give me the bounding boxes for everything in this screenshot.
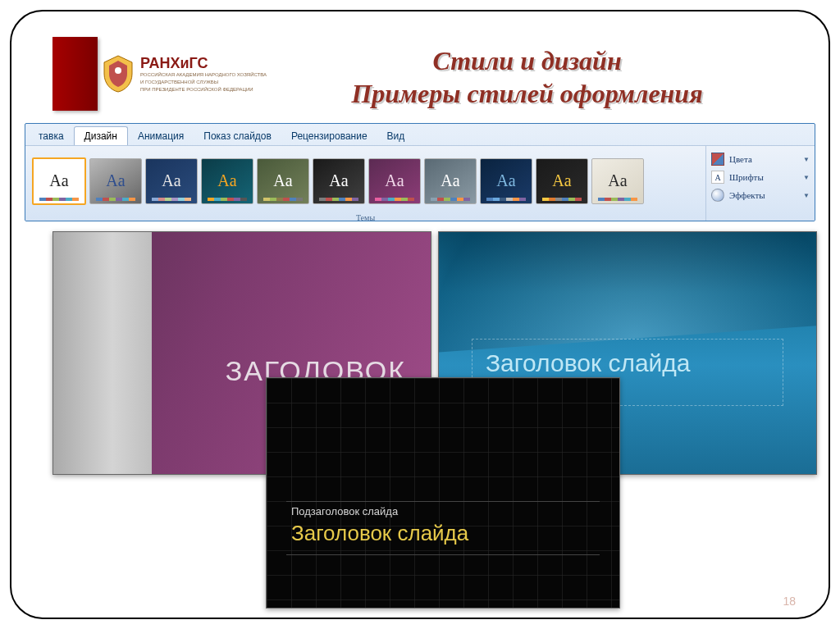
theme-aa: Aa (552, 171, 571, 190)
tab-insert[interactable]: тавка (29, 127, 74, 145)
theme-aa: Aa (329, 171, 348, 190)
theme-swatch (39, 198, 79, 201)
theme-thumb-grey[interactable]: Aa (89, 158, 142, 204)
theme-swatch (486, 198, 526, 201)
logo-sub-line: ПРИ ПРЕЗИДЕНТЕ РОССИЙСКОЙ ФЕДЕРАЦИИ (140, 87, 267, 93)
decorative-red-block (52, 37, 98, 111)
page-number: 18 (783, 595, 796, 608)
fonts-label: Шрифты (729, 172, 764, 182)
tab-slideshow[interactable]: Показ слайдов (194, 127, 281, 145)
example-slide-black: Подзаголовок слайда Заголовок слайда (266, 377, 620, 608)
colors-label: Цвета (729, 154, 752, 164)
theme-thumb-magenta[interactable]: Aa (368, 158, 421, 204)
fonts-icon: A (711, 171, 724, 184)
ribbon-tabs: тавка Дизайн Анимация Показ слайдов Реце… (25, 124, 815, 145)
ribbon-body: AaAaAaAaAaAaAaAaAaAaAaТемы Цвета ▼ A Шри… (25, 145, 815, 221)
example-aqua-title: Заголовок слайда (486, 349, 769, 377)
theme-aa: Aa (273, 171, 292, 190)
title-line-1: Стили и дизайн (267, 44, 788, 77)
slide-title: Стили и дизайн Примеры стилей оформления (267, 38, 788, 110)
themes-gallery: AaAaAaAaAaAaAaAaAaAaAaТемы (25, 146, 705, 221)
effects-label: Эффекты (729, 190, 765, 200)
theme-thumb-olive[interactable]: Aa (257, 158, 309, 204)
theme-aa: Aa (608, 171, 627, 190)
theme-aa: Aa (49, 171, 68, 190)
theme-thumb-dark-blue[interactable]: Aa (145, 158, 198, 204)
theme-swatch (598, 198, 637, 201)
theme-swatch (431, 198, 470, 201)
theme-thumb-steel[interactable]: Aa (424, 158, 477, 204)
ribbon-right-panel: Цвета ▼ A Шрифты ▼ Эффекты ▼ (705, 146, 815, 221)
theme-aa: Aa (106, 171, 125, 190)
theme-thumb-teal[interactable]: Aa (201, 158, 253, 204)
logo-sub-line: РОССИЙСКАЯ АКАДЕМИЯ НАРОДНОГО ХОЗЯЙСТВА (140, 72, 267, 78)
theme-thumb-paper[interactable]: Aa (591, 158, 644, 204)
colors-icon (711, 153, 724, 166)
effects-dropdown[interactable]: Эффекты ▼ (711, 189, 810, 202)
themes-group-label: Темы (25, 213, 705, 221)
svg-point-0 (115, 67, 121, 74)
logo-label: РАНХиГС (140, 56, 267, 71)
theme-thumb-black[interactable]: Aa (313, 158, 365, 204)
tab-animation[interactable]: Анимация (128, 127, 194, 145)
theme-aa: Aa (496, 171, 515, 190)
logo-sub-line: И ГОСУДАРСТВЕННОЙ СЛУЖБЫ (140, 80, 267, 85)
theme-thumb-office[interactable]: Aa (32, 157, 86, 205)
chevron-down-icon: ▼ (803, 156, 810, 163)
colors-dropdown[interactable]: Цвета ▼ (711, 153, 810, 166)
theme-aa: Aa (162, 171, 180, 190)
theme-swatch (319, 198, 358, 201)
logo-text: РАНХиГС РОССИЙСКАЯ АКАДЕМИЯ НАРОДНОГО ХО… (140, 56, 267, 93)
theme-aa: Aa (441, 171, 459, 190)
tab-review[interactable]: Рецензирование (281, 127, 377, 145)
chevron-down-icon: ▼ (803, 174, 810, 181)
examples-area: ЗАГОЛОВОК СЛАЙДА Заголовок слайда Подзаг… (52, 231, 788, 601)
theme-swatch (375, 198, 414, 201)
theme-swatch (542, 198, 582, 201)
tab-design[interactable]: Дизайн (74, 126, 128, 145)
slide-root: РАНХиГС РОССИЙСКАЯ АКАДЕМИЯ НАРОДНОГО ХО… (10, 10, 830, 619)
theme-swatch (152, 198, 191, 201)
theme-aa: Aa (385, 171, 404, 190)
theme-thumb-amber[interactable]: Aa (536, 158, 588, 204)
tab-view[interactable]: Вид (377, 127, 415, 145)
fonts-dropdown[interactable]: A Шрифты ▼ (711, 171, 810, 184)
chevron-down-icon: ▼ (803, 192, 810, 199)
slide-header: РАНХиГС РОССИЙСКАЯ АКАДЕМИЯ НАРОДНОГО ХО… (52, 31, 788, 116)
example-black-subtitle: Подзаголовок слайда (291, 505, 595, 517)
effects-icon (711, 189, 724, 202)
example-purple-sideband (53, 232, 152, 474)
example-black-title: Заголовок слайда (291, 521, 595, 546)
logo-emblem (101, 54, 135, 93)
theme-aa: Aa (217, 171, 236, 190)
theme-swatch (263, 198, 303, 201)
title-line-2: Примеры стилей оформления (267, 77, 788, 110)
ribbon-screenshot: тавка Дизайн Анимация Показ слайдов Реце… (25, 123, 815, 221)
theme-thumb-navy[interactable]: Aa (480, 158, 532, 204)
example-black-textbox: Подзаголовок слайда Заголовок слайда (286, 501, 600, 555)
theme-swatch (208, 198, 247, 201)
theme-swatch (96, 198, 135, 201)
